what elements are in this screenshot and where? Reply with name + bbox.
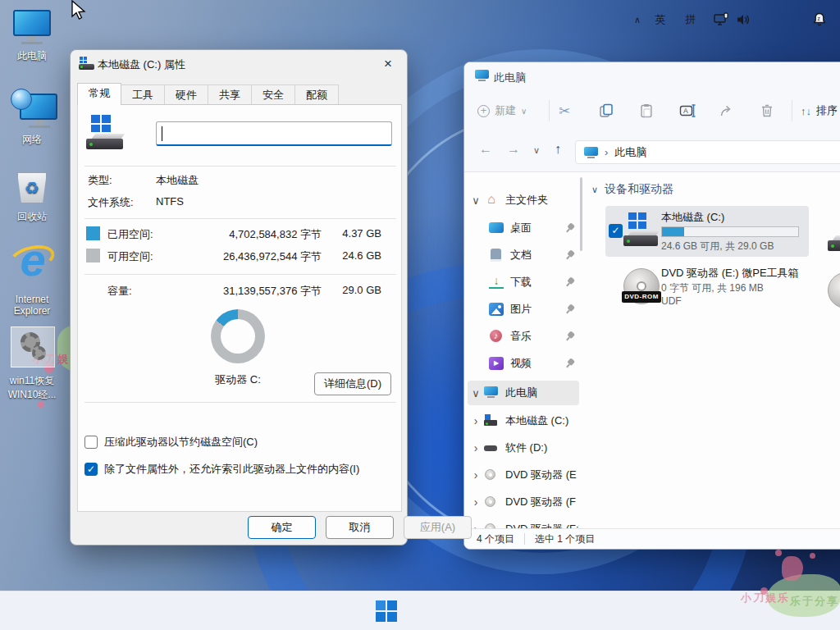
cut-button[interactable]: ✂ [559,97,570,125]
chevron-down-icon[interactable]: ∨ [468,194,484,207]
sidebar-item-pictures[interactable]: 图片 [468,297,579,322]
dialog-title: 本地磁盘 (C:) 属性 [98,57,185,72]
dialog-titlebar: 本地磁盘 (C:) 属性 × [71,50,407,78]
sidebar-item-home[interactable]: ∨ ⌂ 主文件夹 [468,188,579,212]
svg-text:A: A [683,107,688,115]
desktop-icon-internet-explorer[interactable]: e Internet Explorer [1,243,63,317]
tab-sharing[interactable]: 共享 [208,84,252,105]
desktop-icon-network[interactable]: 网络 [1,92,63,147]
drive-tile-dvd-e[interactable]: DVD-ROM DVD 驱动器 (E:) 微PE工具箱 0 字节 可用, 共 1… [605,262,809,313]
details-button[interactable]: 详细信息(D) [314,372,391,395]
local-disk-icon [86,115,126,149]
disk-usage-fill [662,227,684,236]
drive-tile-c[interactable]: ✓ 本地磁盘 (C:) 24.6 GB 可用, 共 29.0 GB [605,206,809,257]
new-button[interactable]: + 新建 ∨ [477,97,527,125]
section-header-devices[interactable]: ∨ 设备和驱动器 [591,182,673,197]
ok-button[interactable]: 确定 [248,516,316,539]
tray-notifications[interactable]: z [809,0,830,39]
sidebar-item-this-pc[interactable]: ∨ 此电脑 [468,381,579,405]
desktop-icon-label-line1: win11恢复 [1,374,63,388]
desktop-icon-recycle-bin[interactable]: ♻ 回收站 [1,169,63,224]
sidebar-item-music[interactable]: ♪ 音乐 [468,324,579,349]
dvd-icon [484,468,499,482]
chevron-down-icon[interactable]: ∨ [468,387,484,399]
chevron-right-icon[interactable]: › [468,414,484,427]
close-icon[interactable]: × [376,52,400,75]
desktop-root: 此电脑 网络 ♻ 回收站 e Internet Explorer 小刀娱乐 乐于… [0,0,840,630]
paste-button[interactable] [639,97,654,125]
svg-text:z: z [818,16,820,21]
rename-button[interactable]: A [679,97,696,125]
disk-properties-dialog: 本地磁盘 (C:) 属性 × 常规 工具 硬件 共享 安全 配额 类型: 本地磁 [70,49,408,546]
navigation-bar: ← → ∨ ↑ › 此电脑 [464,131,840,172]
music-icon: ♪ [489,330,504,343]
breadcrumb-root[interactable]: 此电脑 [614,145,646,160]
chevron-right-icon[interactable]: › [468,468,484,482]
tray-network-icon[interactable] [710,0,732,39]
tray-language-indicator[interactable]: 英 [651,0,670,39]
taskbar [0,591,840,630]
tray-volume-icon[interactable] [733,0,754,39]
start-button[interactable] [373,598,399,624]
sidebar-item-videos[interactable]: ▶ 视频 [468,351,579,376]
chevron-right-icon[interactable]: › [468,495,484,509]
selection-count: 选中 1 个项目 [535,532,595,546]
free-size: 24.6 GB [324,249,381,262]
tray-ime-indicator[interactable]: 拼 [681,0,701,39]
bell-icon: z [811,11,828,28]
delete-button[interactable] [760,97,774,125]
tab-general[interactable]: 常规 [77,83,121,105]
tab-tools[interactable]: 工具 [121,84,165,105]
index-checkbox-row[interactable]: ✓ 除了文件属性外，还允许索引此驱动器上文件的内容(I) [84,462,359,477]
sidebar-item-documents[interactable]: 文档 [468,243,579,267]
window-title: 此电脑 [494,71,526,85]
back-button[interactable]: ← [479,142,492,157]
file-explorer-window: 此电脑 + 新建 ∨ ✂ [463,62,840,550]
this-pc-icon [11,8,53,46]
volume-label-input[interactable] [156,121,392,146]
explorer-body: ∨ ⌂ 主文件夹 桌面 文档 ↓ 下载 [464,172,840,530]
network-icon [713,12,729,27]
partial-drive-icon [828,217,840,253]
cancel-button[interactable]: 取消 [326,516,394,539]
used-space-legend-swatch [86,226,100,240]
local-disk-icon [79,57,95,71]
compress-checkbox-row[interactable]: 压缩此驱动器以节约磁盘空间(C) [84,435,258,450]
chevron-right-icon[interactable]: › [468,441,484,454]
desktop-icon-label: 网络 [1,133,63,147]
sidebar-item-downloads[interactable]: ↓ 下载 [468,270,579,294]
selection-checkbox[interactable]: ✓ [609,224,623,238]
speaker-icon [735,12,751,27]
chevron-up-icon: ∧ [634,15,641,25]
apply-button[interactable]: 应用(A) [404,516,472,539]
internet-explorer-icon: e [11,243,53,290]
sidebar-scrollbar[interactable] [580,177,582,251]
checkbox-unchecked[interactable] [84,436,98,449]
tab-security[interactable]: 安全 [252,84,295,105]
up-button[interactable]: ↑ [555,142,561,157]
tray-show-hidden-icons[interactable]: ∧ [628,0,646,39]
recent-locations-chevron[interactable]: ∨ [533,145,540,156]
desktop-icon-label: 此电脑 [1,49,63,63]
sidebar-item-drive-d[interactable]: › 软件 (D:) [468,436,579,460]
checkbox-checked[interactable]: ✓ [84,463,98,476]
copy-button[interactable] [599,97,614,125]
tab-quota[interactable]: 配额 [295,84,339,105]
sidebar-item-dvd-f[interactable]: › DVD 驱动器 (F [468,490,579,514]
type-value: 本地磁盘 [156,173,199,188]
sidebar-item-desktop[interactable]: 桌面 [468,216,579,240]
address-bar[interactable]: › 此电脑 [575,140,840,164]
network-icon [11,92,53,130]
desktop-icon-this-pc[interactable]: 此电脑 [1,8,63,63]
tab-hardware[interactable]: 硬件 [165,84,208,105]
recycle-bin-icon: ♻ [11,169,53,207]
forward-button[interactable]: → [507,142,520,157]
sidebar-item-drive-c[interactable]: › 本地磁盘 (C:) [468,409,579,433]
drive-icon [484,441,499,454]
share-button[interactable] [719,97,734,125]
dialog-tabs: 常规 工具 硬件 共享 安全 配额 [77,83,339,105]
sidebar-item-dvd-e[interactable]: › DVD 驱动器 (E [468,463,579,487]
sort-button[interactable]: ↑ ↓ 排序 [801,97,838,125]
filesystem-value: NTFS [156,195,184,208]
desktop-icon-win11-restore[interactable]: win11恢复 WIN10经... [1,326,63,402]
